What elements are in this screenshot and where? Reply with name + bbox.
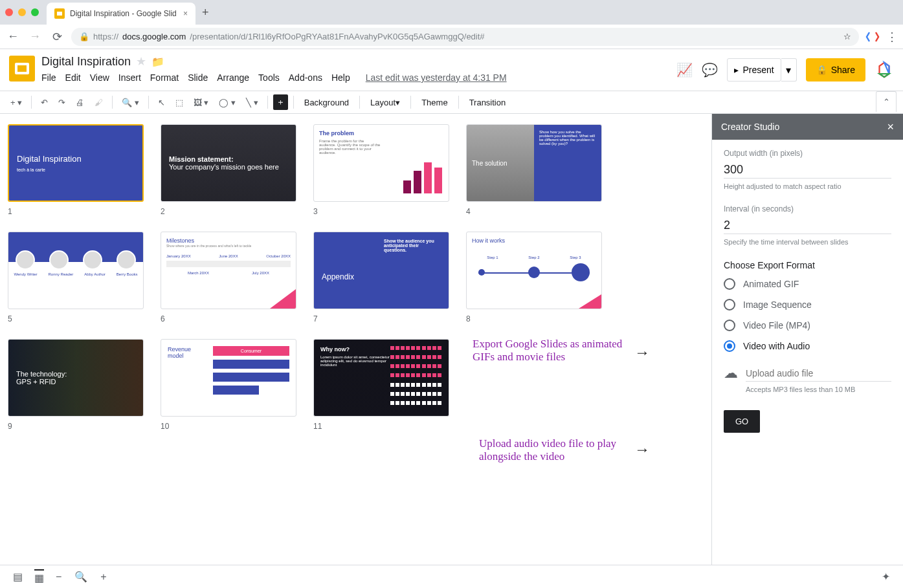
slide-thumb-4[interactable]: The solution Show how you solve the prob… xyxy=(466,124,602,216)
share-button[interactable]: 🔒 Share xyxy=(806,58,865,82)
menu-file[interactable]: File xyxy=(41,72,56,83)
doc-title-row: Digital Inspiration ★ 📁 xyxy=(41,54,670,69)
new-tab-button[interactable]: + xyxy=(202,6,209,19)
slide-grid-view: Digital Inspirationtech à la carte 1 Mis… xyxy=(0,114,711,565)
reload-button[interactable]: ⟳ xyxy=(49,30,65,44)
gsuite-logo-icon[interactable] xyxy=(875,60,894,80)
app-header: Digital Inspiration ★ 📁 File Edit View I… xyxy=(0,49,903,91)
background-button[interactable]: Background xyxy=(299,95,354,110)
address-bar: ← → ⟳ 🔒 https://docs.google.com/presenta… xyxy=(0,25,903,49)
line-tool[interactable]: ╲ ▾ xyxy=(242,95,262,110)
output-width-input[interactable] xyxy=(724,162,891,179)
transition-button[interactable]: Transition xyxy=(464,95,511,110)
interval-hint: Specify the time interval between slides xyxy=(724,238,891,246)
menu-slide[interactable]: Slide xyxy=(188,72,208,83)
footer-bar: ▤ ▦ − 🔍 + ✦ xyxy=(0,565,903,588)
format-video-mp4[interactable]: Video File (MP4) xyxy=(724,320,891,331)
menu-insert[interactable]: Insert xyxy=(118,72,141,83)
svg-rect-1 xyxy=(57,12,62,16)
url-protocol: https:// xyxy=(93,32,118,41)
slide-thumb-11[interactable]: Why now?Lorem ipsum dolor sit amet, cons… xyxy=(313,339,449,431)
slide-thumb-8[interactable]: How it works Step 1Step 2Step 3 8 xyxy=(466,232,602,323)
select-tool[interactable]: ↖ xyxy=(154,95,169,110)
slide-thumb-10[interactable]: Revenue model Consumer 10 xyxy=(161,339,296,431)
bookmark-star-icon[interactable]: ☆ xyxy=(843,32,851,41)
new-slide-button[interactable]: + ▾ xyxy=(6,95,26,110)
chrome-menu-icon[interactable]: ⋮ xyxy=(886,30,898,44)
slide-thumb-2[interactable]: Mission statement:Your company's mission… xyxy=(161,124,296,216)
folder-icon[interactable]: 📁 xyxy=(151,56,164,68)
format-video-audio[interactable]: Video with Audio xyxy=(724,340,891,352)
slide-thumb-5[interactable]: Wendy WriterRonny ReaderAbby AuthorBerry… xyxy=(8,232,144,323)
zoom-in-button[interactable]: + xyxy=(100,571,106,583)
slides-logo-icon[interactable] xyxy=(9,56,35,82)
close-tab-icon[interactable]: × xyxy=(183,9,188,18)
tab-title: Digital Inspiration - Google Slid xyxy=(70,9,177,18)
svg-marker-3 xyxy=(884,63,889,74)
lock-icon: 🔒 xyxy=(79,32,89,41)
go-button[interactable]: GO xyxy=(724,410,760,433)
comment-button[interactable]: ＋ xyxy=(273,94,288,110)
present-button[interactable]: ▸ Present xyxy=(727,58,781,82)
annotation-export: Export Google Slides as animated GIFs an… xyxy=(473,338,634,364)
menu-tools[interactable]: Tools xyxy=(258,72,280,83)
theme-button[interactable]: Theme xyxy=(416,95,452,110)
slide-thumb-9[interactable]: The technology:GPS + RFID 9 xyxy=(8,339,144,431)
minimize-window-icon[interactable] xyxy=(18,8,26,16)
shape-tool[interactable]: ◯ ▾ xyxy=(215,95,240,110)
output-width-hint: Height adjusted to match aspect ratio xyxy=(724,182,891,190)
export-format-label: Choose Export Format xyxy=(724,260,891,270)
menu-bar: File Edit View Insert Format Slide Arran… xyxy=(41,72,670,83)
image-tool[interactable]: 🖼 ▾ xyxy=(190,95,213,110)
slide-thumb-6[interactable]: Milestones Show where you are in the pro… xyxy=(161,232,296,323)
interval-label: Interval (in seconds) xyxy=(724,204,891,213)
menu-view[interactable]: View xyxy=(90,72,109,83)
doc-title[interactable]: Digital Inspiration xyxy=(41,55,131,69)
close-window-icon[interactable] xyxy=(5,8,13,16)
notes-view-icon[interactable]: ▤ xyxy=(13,571,23,583)
redo-button[interactable]: ↷ xyxy=(54,95,69,110)
menu-addons[interactable]: Add-ons xyxy=(289,72,322,83)
menu-help[interactable]: Help xyxy=(331,72,350,83)
menu-format[interactable]: Format xyxy=(150,72,179,83)
maximize-window-icon[interactable] xyxy=(31,8,39,16)
window-controls xyxy=(5,8,39,16)
star-icon[interactable]: ★ xyxy=(136,54,146,69)
format-image-sequence[interactable]: Image Sequence xyxy=(724,299,891,310)
activity-icon[interactable]: 📈 xyxy=(676,62,693,78)
lock-icon: 🔒 xyxy=(816,65,827,75)
devtools-icon[interactable] xyxy=(865,30,880,44)
slide-thumb-3[interactable]: The problem Frame the problem for the au… xyxy=(313,124,449,216)
last-edit-link[interactable]: Last edit was yesterday at 4:31 PM xyxy=(366,72,507,83)
upload-audio-row[interactable]: ☁ xyxy=(724,365,891,382)
grid-view-icon[interactable]: ▦ xyxy=(34,569,44,584)
forward-button[interactable]: → xyxy=(27,30,43,43)
back-button[interactable]: ← xyxy=(5,30,21,43)
close-panel-button[interactable]: × xyxy=(887,120,894,134)
annotation-upload: Upload audio video file to play alongsid… xyxy=(479,437,628,463)
slide-thumb-7[interactable]: Show the audience you anticipated their … xyxy=(313,232,449,323)
layout-button[interactable]: Layout▾ xyxy=(365,95,405,110)
browser-tab[interactable]: Digital Inspiration - Google Slid × xyxy=(47,3,195,25)
zoom-out-button[interactable]: − xyxy=(56,571,61,583)
paint-format-button[interactable]: 🖌 xyxy=(91,95,107,110)
toolbar: + ▾ ↶ ↷ 🖨 🖌 🔍 ▾ ↖ ⬚ 🖼 ▾ ◯ ▾ ╲ ▾ ＋ Backgr… xyxy=(0,91,903,114)
menu-arrange[interactable]: Arrange xyxy=(217,72,249,83)
present-dropdown[interactable]: ▾ xyxy=(781,58,797,82)
slides-favicon-icon xyxy=(54,8,65,19)
menu-edit[interactable]: Edit xyxy=(65,72,81,83)
textbox-tool[interactable]: ⬚ xyxy=(172,95,187,110)
comments-icon[interactable]: 💬 xyxy=(702,62,718,78)
format-animated-gif[interactable]: Animated GIF xyxy=(724,278,891,290)
print-button[interactable]: 🖨 xyxy=(72,95,88,110)
upload-audio-input[interactable] xyxy=(746,365,891,382)
slide-thumb-1[interactable]: Digital Inspirationtech à la carte 1 xyxy=(8,124,144,216)
svg-marker-4 xyxy=(880,74,889,77)
zoom-fit-button[interactable]: 🔍 xyxy=(74,571,87,583)
explore-button[interactable]: ✦ xyxy=(882,571,890,583)
url-input[interactable]: 🔒 https://docs.google.com/presentation/d… xyxy=(71,28,859,46)
collapse-toolbar-button[interactable]: ⌃ xyxy=(876,91,897,112)
zoom-button[interactable]: 🔍 ▾ xyxy=(118,95,143,110)
undo-button[interactable]: ↶ xyxy=(37,95,52,110)
interval-input[interactable] xyxy=(724,217,891,234)
